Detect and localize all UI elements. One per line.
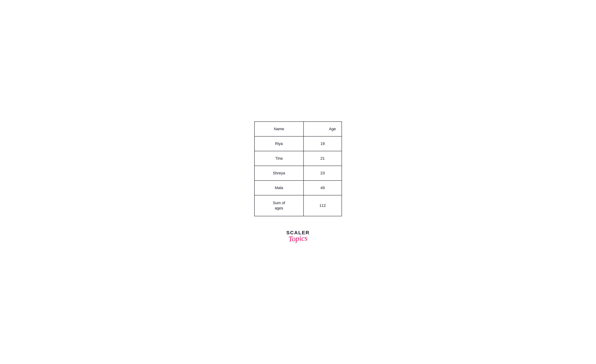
data-table-wrapper: Name Age Riya 19 Tina 21 Shreya 23 Mala … [254, 121, 342, 216]
header-age: Age [304, 122, 342, 136]
row-age: 23 [304, 166, 342, 180]
row-name: Riya [254, 136, 304, 151]
row-age: 49 [304, 180, 342, 195]
data-table: Name Age Riya 19 Tina 21 Shreya 23 Mala … [254, 121, 342, 216]
row-name: Shreya [254, 166, 304, 180]
summary-row: Sum of ages 112 [254, 195, 342, 216]
table-row: Tina 21 [254, 151, 342, 166]
summary-label: Sum of ages [254, 195, 304, 216]
table-row: Mala 49 [254, 180, 342, 195]
table-row: Riya 19 [254, 136, 342, 151]
row-age: 19 [304, 136, 342, 151]
summary-value: 112 [304, 195, 342, 216]
table-header-row: Name Age [254, 122, 342, 136]
logo: SCALER Topics [286, 230, 310, 243]
logo-topics-text: Topics [288, 234, 307, 243]
row-name: Tina [254, 151, 304, 166]
row-name: Mala [254, 180, 304, 195]
table-row: Shreya 23 [254, 166, 342, 180]
row-age: 21 [304, 151, 342, 166]
header-name: Name [254, 122, 304, 136]
